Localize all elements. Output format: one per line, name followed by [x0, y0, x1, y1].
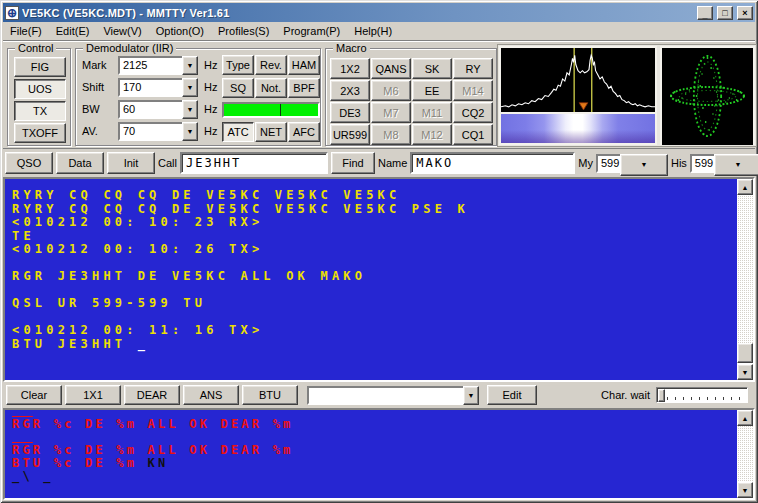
fig-button[interactable]: FIG	[14, 57, 66, 77]
macro-button-1x2[interactable]: 1X2	[330, 58, 370, 79]
minimize-button[interactable]: _	[697, 6, 713, 20]
shift-dropdown-button[interactable]: ▼	[182, 78, 198, 97]
not-button[interactable]: Not.	[255, 78, 287, 98]
up-arrow-icon: ▲	[742, 415, 749, 422]
xy-scope-display	[660, 46, 755, 145]
call-input[interactable]	[180, 152, 328, 174]
data-button[interactable]: Data	[56, 152, 104, 174]
macro-select-combo[interactable]: ▼	[307, 386, 479, 405]
macro-button-m8[interactable]: M8	[371, 124, 411, 145]
ham-button[interactable]: HAM	[288, 55, 320, 75]
my-rst-dropdown-button[interactable]: ▼	[620, 154, 668, 176]
atc-button[interactable]: ATC	[222, 122, 254, 142]
scroll-down-button[interactable]: ▼	[737, 482, 753, 498]
scroll-up-button[interactable]: ▲	[737, 179, 753, 195]
rx-line	[12, 257, 729, 271]
macro-button-2x3[interactable]: 2X3	[330, 80, 370, 101]
find-button[interactable]: Find	[331, 152, 375, 174]
macro-button-cq2[interactable]: CQ2	[453, 102, 493, 123]
macro-button-qans[interactable]: QANS	[371, 58, 411, 79]
his-rst-label: His	[671, 157, 687, 169]
his-rst-combo[interactable]: 599 ▼	[690, 154, 758, 173]
bpf-button[interactable]: BPF	[288, 78, 320, 98]
macro-select-dropdown-button[interactable]: ▼	[463, 386, 479, 405]
afc-button[interactable]: AFC	[288, 122, 320, 142]
menu-item-option[interactable]: Option(O)	[149, 23, 211, 39]
net-button[interactable]: NET	[255, 122, 287, 142]
uos-button[interactable]: UOS	[14, 79, 66, 99]
tx-window[interactable]: RGR %c DE %m ALL OK DEAR %m RGR %c DE %m…	[3, 408, 755, 500]
av-combo[interactable]: 70 ▼	[118, 122, 198, 141]
txoff-button[interactable]: TXOFF	[14, 123, 66, 143]
mark-combo[interactable]: 2125 ▼	[118, 56, 198, 75]
menu-item-help[interactable]: Help(H)	[347, 23, 399, 39]
his-rst-dropdown-button[interactable]: ▼	[714, 154, 758, 176]
av-hz-label: Hz	[204, 125, 217, 137]
title-bar[interactable]: ⊕ VE5KC (VE5KC.MDT) - MMTTY Ver1.61 _ □ …	[3, 3, 755, 22]
macro-button-ur599[interactable]: UR599	[330, 124, 370, 145]
qso-button[interactable]: QSO	[5, 152, 53, 174]
tx-scrollbar[interactable]: ▲ ▼	[737, 410, 753, 498]
tx-button[interactable]: TX	[14, 101, 66, 121]
init-button[interactable]: Init	[107, 152, 155, 174]
menu-item-profiles[interactable]: Profiles(S)	[211, 23, 276, 39]
macro-button-cq1[interactable]: CQ1	[453, 124, 493, 145]
macro-button-m6[interactable]: M6	[371, 80, 411, 101]
tx-pending-text: R %c DE %m ALL OK DEAR %m	[33, 443, 294, 457]
tx-sent-text: RG	[12, 417, 33, 431]
rx-scrollbar[interactable]: ▲ ▼	[737, 179, 753, 380]
macro-button-ry[interactable]: RY	[453, 58, 493, 79]
btu-button[interactable]: BTU	[242, 385, 298, 405]
chevron-down-icon: ▼	[734, 161, 741, 168]
edit-button[interactable]: Edit	[487, 385, 537, 405]
av-dropdown-button[interactable]: ▼	[182, 122, 198, 141]
macro-button-ee[interactable]: EE	[412, 80, 452, 101]
window-title: VE5KC (VE5KC.MDT) - MMTTY Ver1.61	[22, 7, 693, 19]
chevron-down-icon: ▼	[468, 392, 475, 399]
macro-1x1-button[interactable]: 1X1	[65, 385, 121, 405]
type-button[interactable]: Type	[222, 55, 254, 75]
macro-group-label: Macro	[333, 42, 370, 54]
close-button[interactable]: ×	[737, 6, 753, 20]
dear-button[interactable]: DEAR	[124, 385, 180, 405]
rx-window[interactable]: RYRY CQ CQ CQ DE VE5KC VE5KC VE5KC RYRY …	[3, 177, 755, 382]
rev-button[interactable]: Rev.	[255, 55, 287, 75]
chevron-down-icon: ▼	[187, 106, 194, 113]
macro-button-m14[interactable]: M14	[453, 80, 493, 101]
macro-button-m11[interactable]: M11	[412, 102, 452, 123]
spectrum-display[interactable]	[499, 46, 657, 145]
signal-level-bar	[222, 102, 320, 118]
menu-item-file[interactable]: File(F)	[3, 23, 49, 39]
waterfall-display[interactable]	[501, 114, 655, 143]
close-icon: ×	[742, 8, 747, 18]
scroll-up-button[interactable]: ▲	[737, 410, 753, 426]
char-wait-slider-thumb[interactable]	[658, 389, 665, 402]
maximize-button[interactable]: □	[717, 6, 733, 20]
macro-group: Macro 1X2 QANS SK RY 2X3 M6 EE M14 DE3 M…	[325, 48, 497, 146]
name-input[interactable]	[410, 152, 575, 174]
rx-line-current: BTU JE3HHT _	[12, 338, 729, 352]
scroll-down-button[interactable]: ▼	[737, 364, 753, 380]
tuning-marker-icon	[579, 103, 588, 110]
bw-combo[interactable]: 60 ▼	[118, 100, 198, 119]
chevron-down-icon: ▼	[641, 161, 648, 168]
bw-dropdown-button[interactable]: ▼	[182, 100, 198, 119]
clear-button[interactable]: Clear	[6, 385, 62, 405]
macro-button-de3[interactable]: DE3	[330, 102, 370, 123]
macro-button-m12[interactable]: M12	[412, 124, 452, 145]
sq-button[interactable]: SQ	[222, 78, 254, 98]
menu-item-program[interactable]: Program(P)	[276, 23, 347, 39]
rx-line: TE	[12, 230, 729, 244]
macro-button-sk[interactable]: SK	[412, 58, 452, 79]
char-wait-slider[interactable]	[656, 387, 748, 403]
shift-combo[interactable]: 170 ▼	[118, 78, 198, 97]
menu-item-edit[interactable]: Edit(E)	[49, 23, 97, 39]
display-panel	[497, 44, 757, 147]
menu-item-view[interactable]: View(V)	[96, 23, 148, 39]
mark-dropdown-button[interactable]: ▼	[182, 56, 198, 75]
ans-button[interactable]: ANS	[183, 385, 239, 405]
my-rst-combo[interactable]: 599 ▼	[596, 154, 668, 173]
macro-button-m7[interactable]: M7	[371, 102, 411, 123]
tx-sent-text: RG	[12, 443, 33, 457]
rx-scrollbar-thumb[interactable]	[737, 343, 753, 363]
